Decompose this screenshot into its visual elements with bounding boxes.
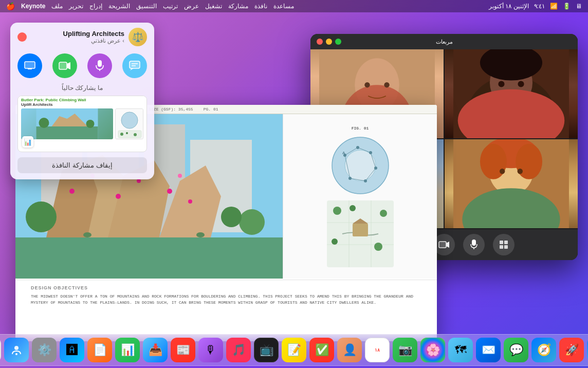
popup-mic-btn[interactable] [87,53,112,78]
dock-messages[interactable]: 💬 [504,338,528,362]
apple-menu[interactable]: 🍎 [6,2,15,10]
dock-transloader[interactable]: 📥 [143,338,168,362]
svg-rect-108 [98,60,102,67]
dock-calendar[interactable]: ١٨ [365,338,390,362]
svg-rect-105 [28,68,32,69]
preview-slide-title: Butler Park: Public Climbing WallUplift … [18,96,146,108]
dock-podcasts[interactable]: 🎙 [198,338,223,362]
svg-point-74 [26,201,57,232]
popup-slide-preview: Butler Park: Public Climbing WallUplift … [17,96,147,152]
dock-reminders[interactable]: ✅ [309,338,334,362]
svg-point-117 [39,118,49,128]
video-cell-4 [445,139,578,228]
svg-rect-47 [439,242,446,248]
app-name[interactable]: Keynote [21,3,45,10]
svg-rect-102 [353,224,368,236]
dock-app-store[interactable]: 🅰 [60,338,84,362]
desktop: مربعات [0,12,588,335]
facetime-max-btn[interactable] [335,39,341,45]
menu-window[interactable]: نافذة [254,3,267,10]
battery-icon: 🔋 [563,3,571,10]
svg-point-27 [518,169,523,174]
facetime-min-btn[interactable] [326,39,332,45]
menu-edit[interactable]: تحرير [69,3,83,10]
menu-view[interactable]: عرض [184,3,199,10]
dock-pages[interactable]: 📄 [87,338,112,362]
svg-point-23 [480,144,507,179]
menu-format[interactable]: التنسيق [136,3,157,10]
dock-system-preferences[interactable]: ⚙️ [32,338,57,362]
dock-maps[interactable]: 🗺 [448,338,473,362]
svg-rect-49 [472,240,476,246]
svg-point-124 [134,133,137,136]
dock-facetime[interactable]: 📷 [393,338,417,362]
screen-icon[interactable]: 🖥 [576,3,582,10]
menu-arrange[interactable]: ترتيب [163,3,178,10]
dock-apple-tv[interactable]: 📺 [254,338,279,362]
menu-help[interactable]: مساعدة [273,3,294,10]
svg-rect-51 [500,241,503,244]
svg-point-70 [188,199,192,204]
dock-mail[interactable]: ✉️ [476,338,501,362]
dock-airdrop[interactable] [4,338,29,362]
dock-notes[interactable]: 📝 [282,338,306,362]
menu-file[interactable]: ملف [51,3,63,10]
dock-photos[interactable]: 🌸 [420,338,445,362]
svg-point-75 [239,209,265,235]
slide-page: PG. 01 [204,107,218,112]
popup-camera-btn[interactable] [52,53,77,78]
dock-safari[interactable]: 🧭 [531,338,556,362]
video-cell-2 [445,49,578,138]
menu-play[interactable]: تشغيل [205,3,222,10]
menu-share[interactable]: مشاركة [228,3,248,10]
menubar-left: 🍎 Keynote ملف تحرير إدراج الشريحة التنسي… [6,2,294,10]
dock-news[interactable]: 📰 [171,338,195,362]
menubar-right: الإثنين ١٨ أكتوبر ٩:٤١ 📶 🔋 🖥 [489,3,582,10]
svg-rect-104 [25,62,35,68]
popup-header: ✕ Uplifting Architects عرض نافذتي ‹ ⚖️ [10,23,154,49]
svg-point-68 [137,179,141,183]
dock-launchpad[interactable]: 🚀 [559,338,584,362]
popup-stop-sharing-btn[interactable]: إيقاف مشاركة النافذة [17,157,147,173]
svg-point-99 [380,210,387,217]
slide-text-section: DESIGN OBJECTIVES THE MIDWEST DOESN'T OF… [15,280,437,341]
menu-slide[interactable]: الشريحة [108,3,130,10]
svg-point-73 [196,232,205,237]
popup-close-btn[interactable]: ✕ [17,32,27,42]
svg-point-118 [86,120,95,128]
design-objectives-text: THE MIDWEST DOESN'T OFFER A TON OF MOUNT… [31,293,421,306]
slide-diagram: FIG. 01 [283,114,437,279]
facetime-layout-btn[interactable] [493,234,514,255]
popup-screen-btn[interactable] [17,53,42,78]
dock-trash[interactable]: 🗑️ [0,338,1,362]
facetime-mic-btn[interactable] [463,234,485,255]
svg-rect-52 [504,241,508,244]
svg-point-69 [167,189,172,194]
popup-sharing-label: ما يشاركك حالياً [10,82,154,96]
facetime-window-controls[interactable] [317,39,341,45]
svg-point-10 [518,81,524,87]
popup-avatar: ⚖️ [128,28,147,46]
svg-point-122 [120,133,123,136]
svg-point-4 [384,82,389,87]
svg-point-65 [69,189,75,194]
svg-text:A: A [342,151,345,155]
svg-point-97 [333,207,341,215]
svg-point-3 [364,82,370,87]
slide-size: SIZE (GSF): 35,455 [149,107,193,112]
popup-action-buttons [10,49,154,82]
svg-point-98 [350,205,356,211]
dock-contacts[interactable]: 👤 [337,338,362,362]
popup-message-btn[interactable] [122,53,147,78]
facetime-close-btn[interactable] [317,39,323,45]
facetime-titlebar: مربعات [310,34,578,49]
dock-numbers[interactable]: 📊 [115,338,140,362]
wifi-icon[interactable]: 📶 [550,3,558,10]
keynote-app-badge: 📊 [22,136,33,148]
svg-point-26 [500,169,505,174]
svg-point-67 [116,194,121,199]
svg-point-72 [83,232,91,237]
menu-insert[interactable]: إدراج [89,3,102,10]
dock-music[interactable]: 🎵 [226,338,251,362]
menubar-time: ٩:٤١ [534,3,545,10]
